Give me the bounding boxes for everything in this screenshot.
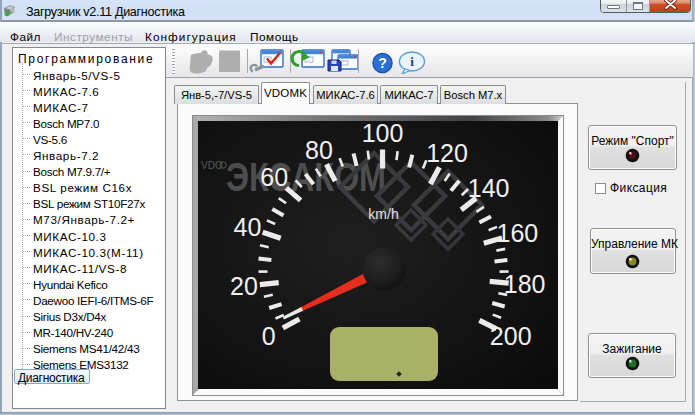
svg-text:160: 160 (497, 219, 539, 247)
svg-text:180: 180 (504, 270, 546, 298)
svg-text:0: 0 (262, 322, 276, 350)
svg-text:200: 200 (490, 322, 532, 350)
svg-text:100: 100 (362, 119, 404, 147)
svg-text:km/h: km/h (368, 206, 398, 222)
svg-text:60: 60 (260, 163, 288, 191)
svg-text:120: 120 (426, 139, 468, 167)
svg-text:140: 140 (468, 174, 510, 202)
svg-text:?: ? (378, 55, 387, 71)
svg-text:80: 80 (305, 136, 333, 164)
svg-text:40: 40 (234, 213, 262, 241)
svg-text:i: i (410, 54, 414, 69)
svg-text:20: 20 (230, 272, 258, 300)
